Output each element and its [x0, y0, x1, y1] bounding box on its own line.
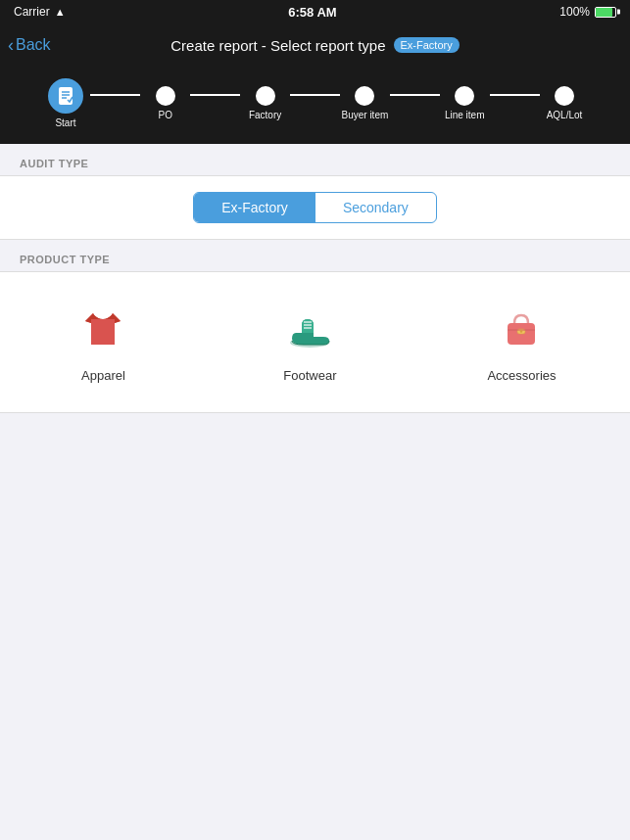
nav-title: Create report - Select report type Ex-Fa…: [170, 37, 459, 54]
step-circle-factory: [256, 86, 275, 106]
product-item-apparel[interactable]: Apparel: [54, 292, 152, 393]
audit-type-section: Ex-Factory Secondary: [0, 176, 630, 239]
status-left: Carrier ▲: [14, 5, 66, 19]
footwear-label: Footwear: [283, 368, 336, 383]
back-button[interactable]: ‹ Back: [8, 35, 51, 56]
status-time: 6:58 AM: [288, 5, 336, 20]
stepper-container: Start PO Factory Buyer item Line item: [0, 67, 630, 144]
step-circle-start: [48, 78, 83, 114]
step-start[interactable]: Start: [41, 78, 91, 128]
footwear-icon: [280, 302, 339, 360]
step-line-1: [90, 94, 140, 96]
step-label-factory: Factory: [249, 110, 281, 120]
nav-bar: ‹ Back Create report - Select report typ…: [0, 23, 630, 67]
audit-type-section-header: AUDIT TYPE: [0, 144, 630, 176]
back-label: Back: [16, 36, 51, 54]
step-circle-buyer-item: [355, 86, 374, 106]
step-label-buyer-item: Buyer item: [341, 110, 388, 120]
empty-area: [0, 413, 630, 840]
product-type-label: PRODUCT TYPE: [20, 254, 110, 265]
step-label-start: Start: [55, 117, 75, 128]
carrier-label: Carrier: [14, 5, 50, 19]
step-factory[interactable]: Factory: [240, 86, 290, 120]
step-line-4: [390, 94, 440, 96]
content: AUDIT TYPE Ex-Factory Secondary PRODUCT …: [0, 144, 630, 840]
back-chevron-icon: ‹: [8, 35, 14, 56]
battery-percent: 100%: [559, 5, 590, 19]
product-item-accessories[interactable]: Accessories: [467, 292, 575, 393]
segment-control: Ex-Factory Secondary: [193, 192, 437, 223]
step-label-aql-lot: AQL/Lot: [547, 110, 583, 120]
nav-title-text: Create report - Select report type: [170, 37, 385, 54]
status-bar: Carrier ▲ 6:58 AM 100%: [0, 0, 630, 23]
svg-point-11: [520, 330, 522, 332]
status-right: 100%: [559, 5, 616, 19]
product-type-section-header: PRODUCT TYPE: [0, 240, 630, 272]
segment-ex-factory[interactable]: Ex-Factory: [194, 193, 315, 222]
step-label-po: PO: [159, 110, 172, 120]
segment-secondary[interactable]: Secondary: [315, 193, 436, 222]
audit-type-label: AUDIT TYPE: [20, 158, 88, 169]
step-buyer-item[interactable]: Buyer item: [340, 86, 390, 120]
step-circle-line-item: [455, 86, 474, 106]
battery-icon: [595, 7, 616, 18]
step-po[interactable]: PO: [140, 86, 190, 120]
product-item-footwear[interactable]: Footwear: [261, 292, 359, 393]
accessories-label: Accessories: [487, 368, 556, 383]
stepper: Start PO Factory Buyer item Line item: [41, 78, 590, 128]
step-line-item[interactable]: Line item: [440, 86, 490, 120]
apparel-icon: [73, 302, 132, 360]
accessories-icon: [492, 302, 551, 360]
nav-badge: Ex-Factory: [394, 37, 460, 53]
step-aql-lot[interactable]: AQL/Lot: [540, 86, 590, 120]
apparel-label: Apparel: [81, 368, 125, 383]
step-circle-po: [156, 86, 175, 106]
svg-rect-0: [59, 87, 73, 105]
step-label-line-item: Line item: [445, 110, 485, 120]
step-line-2: [190, 94, 240, 96]
product-type-section: Apparel Footwe: [0, 272, 630, 412]
step-circle-aql-lot: [555, 86, 574, 106]
wifi-icon: ▲: [55, 6, 66, 18]
step-line-5: [490, 94, 540, 96]
step-line-3: [290, 94, 340, 96]
